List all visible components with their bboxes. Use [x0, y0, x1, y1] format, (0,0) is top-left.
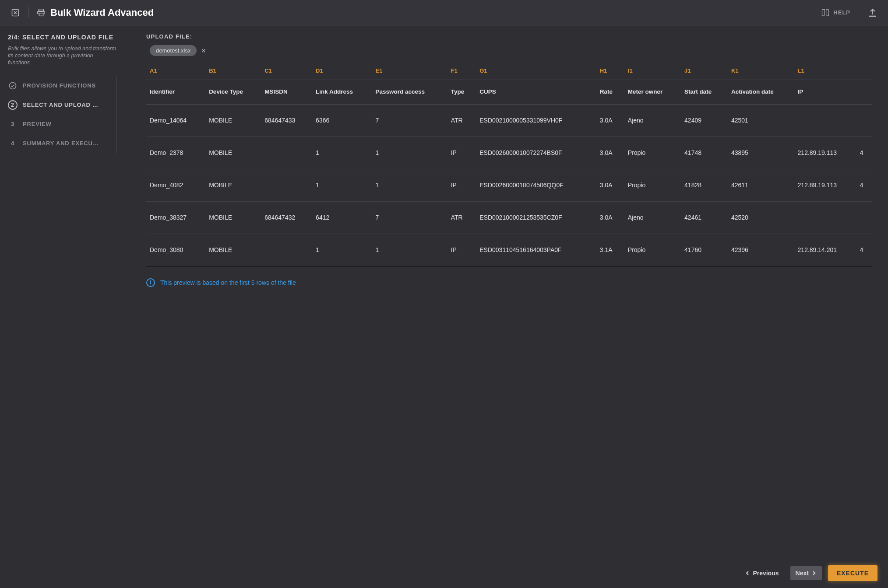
next-label: Next: [796, 570, 809, 577]
table-cell: IP: [448, 169, 476, 201]
table-cell: MOBILE: [205, 169, 261, 201]
table-cell: [794, 201, 856, 234]
topbar: Bulk Wizard Advanced HELP: [0, 0, 888, 25]
table-cell: IP: [448, 136, 476, 169]
table-cell: 42409: [681, 104, 728, 136]
step-number: 3: [8, 119, 18, 129]
table-row[interactable]: Demo_14064MOBILE68464743363667ATRESD0021…: [146, 104, 872, 136]
svg-rect-2: [39, 13, 43, 15]
table-row[interactable]: Demo_4082MOBILE11IPESD0026000010074506QQ…: [146, 169, 872, 201]
sidebar-heading: 2/4: SELECT AND UPLOAD FILE: [8, 33, 116, 42]
column-header: Activation date: [728, 80, 794, 104]
step-label: SELECT AND UPLOAD …: [23, 102, 99, 108]
column-header: IP: [794, 80, 856, 104]
check-circle-icon: [8, 81, 18, 91]
table-cell: 212.89.14.201: [794, 234, 856, 266]
table-cell: 1: [312, 136, 372, 169]
help-button[interactable]: HELP: [821, 8, 850, 17]
column-header: MSISDN: [261, 80, 312, 104]
print-icon[interactable]: [35, 7, 47, 18]
table-cell: ESD0021000021253535CZ0F: [476, 201, 596, 234]
table-cell-overflow: 4: [856, 234, 872, 266]
table-cell: 7: [372, 104, 447, 136]
column-header: Meter owner: [624, 80, 681, 104]
upload-file-label: UPLOAD FILE:: [146, 33, 872, 40]
column-header: Device Type: [205, 80, 261, 104]
preview-info-note: i This preview is based on the first 5 r…: [146, 278, 872, 287]
table-cell: 41760: [681, 234, 728, 266]
column-header: CUPS: [476, 80, 596, 104]
close-icon[interactable]: [10, 7, 21, 18]
table-cell: 41748: [681, 136, 728, 169]
table-cell-overflow: 4: [856, 169, 872, 201]
step-number: 2: [8, 100, 18, 110]
table-cell: 3.0A: [596, 136, 624, 169]
table-cell: ESD0031104516164003PA0F: [476, 234, 596, 266]
wizard-step-2[interactable]: 2SELECT AND UPLOAD …: [8, 95, 114, 115]
info-text: This preview is based on the first 5 row…: [160, 279, 296, 286]
column-letter: A1: [146, 62, 205, 80]
next-button[interactable]: Next: [790, 566, 822, 580]
step-number: 4: [8, 139, 18, 148]
column-header-overflow: [856, 80, 872, 104]
table-cell: Demo_38327: [146, 201, 205, 234]
book-icon: [821, 8, 830, 17]
upload-icon[interactable]: [867, 7, 878, 18]
wizard-footer: Previous Next EXECUTE: [729, 558, 888, 588]
previous-button[interactable]: Previous: [740, 566, 784, 580]
wizard-step-3[interactable]: 3PREVIEW: [8, 115, 114, 134]
remove-file-icon[interactable]: ✕: [201, 47, 206, 54]
table-cell: Propio: [624, 234, 681, 266]
table-cell: Demo_3080: [146, 234, 205, 266]
table-cell: 684647433: [261, 104, 312, 136]
wizard-step-4[interactable]: 4SUMMARY AND EXECU…: [8, 134, 114, 153]
table-row[interactable]: Demo_2378MOBILE11IPESD0026000010072274BS…: [146, 136, 872, 169]
column-header: Link Address: [312, 80, 372, 104]
preview-table-wrap[interactable]: A1B1C1D1E1F1G1H1I1J1K1L1 IdentifierDevic…: [146, 62, 872, 267]
table-cell: Demo_14064: [146, 104, 205, 136]
table-cell: 7: [372, 201, 447, 234]
main-panel: UPLOAD FILE: demotest.xlsx ✕ A1B1C1D1E1F…: [123, 25, 888, 588]
chevron-left-icon: [745, 570, 750, 576]
column-letter: K1: [728, 62, 794, 80]
file-chip[interactable]: demotest.xlsx: [150, 45, 197, 56]
previous-label: Previous: [753, 570, 779, 577]
table-cell: ESD0026000010074506QQ0F: [476, 169, 596, 201]
table-cell: [261, 234, 312, 266]
svg-rect-1: [39, 9, 44, 11]
table-cell: [261, 169, 312, 201]
step-label: PROVISION FUNCTIONS: [23, 82, 96, 89]
table-cell: MOBILE: [205, 136, 261, 169]
preview-table: A1B1C1D1E1F1G1H1I1J1K1L1 IdentifierDevic…: [146, 62, 872, 266]
table-cell: ATR: [448, 104, 476, 136]
column-letter: L1: [794, 62, 856, 80]
table-cell-overflow: 4: [856, 136, 872, 169]
table-cell: 42461: [681, 201, 728, 234]
table-cell: MOBILE: [205, 201, 261, 234]
svg-point-3: [10, 82, 16, 89]
table-cell: 42396: [728, 234, 794, 266]
table-row[interactable]: Demo_38327MOBILE68464743264127ATRESD0021…: [146, 201, 872, 234]
column-header: Type: [448, 80, 476, 104]
column-letter: I1: [624, 62, 681, 80]
table-row[interactable]: Demo_3080MOBILE11IPESD0031104516164003PA…: [146, 234, 872, 266]
table-cell: Ajeno: [624, 104, 681, 136]
column-letter: H1: [596, 62, 624, 80]
table-cell: ESD0021000005331099VH0F: [476, 104, 596, 136]
table-cell: ESD0026000010072274BS0F: [476, 136, 596, 169]
table-cell: 42520: [728, 201, 794, 234]
chevron-right-icon: [811, 570, 817, 576]
execute-button[interactable]: EXECUTE: [828, 565, 877, 581]
step-list: PROVISION FUNCTIONS2SELECT AND UPLOAD …3…: [8, 76, 114, 153]
table-cell: IP: [448, 234, 476, 266]
table-cell: MOBILE: [205, 104, 261, 136]
table-cell: Propio: [624, 169, 681, 201]
table-cell: 212.89.19.113: [794, 169, 856, 201]
sidebar-description: Bulk files allows you to upload and tran…: [8, 45, 116, 66]
table-cell: 6412: [312, 201, 372, 234]
column-letter: F1: [448, 62, 476, 80]
table-cell: Demo_2378: [146, 136, 205, 169]
table-cell: 684647432: [261, 201, 312, 234]
wizard-step-1[interactable]: PROVISION FUNCTIONS: [8, 76, 114, 95]
table-cell: [261, 136, 312, 169]
